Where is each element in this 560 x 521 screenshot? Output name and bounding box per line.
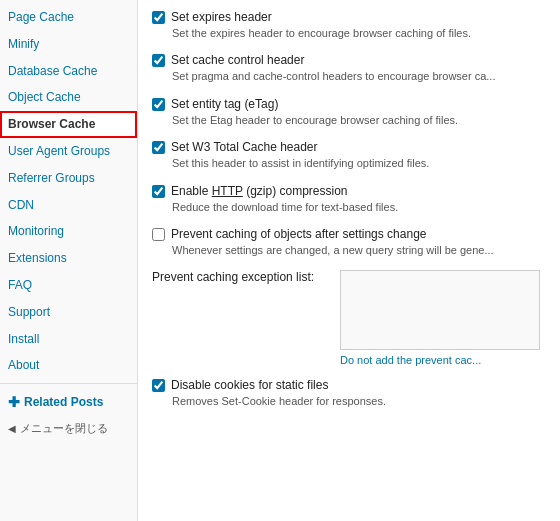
sidebar-item-minify[interactable]: Minify — [0, 31, 137, 58]
setting-w3-total-cache-label[interactable]: Set W3 Total Cache header — [152, 140, 546, 154]
close-menu-label: メニューを閉じる — [20, 421, 108, 436]
setting-expires-header: Set expires header Set the expires heade… — [152, 10, 546, 41]
prevent-caching-text: Prevent caching of objects after setting… — [171, 227, 427, 241]
exception-hint: Do not add the prevent cac... — [340, 354, 540, 366]
http-gzip-text: Enable HTTP (gzip) compression — [171, 184, 348, 198]
cache-control-text: Set cache control header — [171, 53, 304, 67]
prevent-caching-description: Whenever settings are changed, a new que… — [172, 243, 546, 258]
setting-entity-tag: Set entity tag (eTag) Set the Etag heade… — [152, 97, 546, 128]
plus-icon: ✚ — [8, 394, 20, 410]
sidebar-item-monitoring[interactable]: Monitoring — [0, 218, 137, 245]
sidebar-item-faq[interactable]: FAQ — [0, 272, 137, 299]
cache-control-checkbox[interactable] — [152, 54, 165, 67]
sidebar-item-extensions[interactable]: Extensions — [0, 245, 137, 272]
exception-text-label: Prevent caching exception list: — [152, 270, 332, 284]
sidebar-item-cdn[interactable]: CDN — [0, 192, 137, 219]
sidebar-item-object-cache[interactable]: Object Cache — [0, 84, 137, 111]
sidebar-item-support[interactable]: Support — [0, 299, 137, 326]
sidebar-item-page-cache[interactable]: Page Cache — [0, 4, 137, 31]
expires-header-checkbox[interactable] — [152, 11, 165, 24]
exception-layout: Prevent caching exception list: Do not a… — [152, 270, 546, 366]
exception-textarea-wrapper: Do not add the prevent cac... — [340, 270, 540, 366]
sidebar-item-referrer-groups[interactable]: Referrer Groups — [0, 165, 137, 192]
setting-cache-control-label[interactable]: Set cache control header — [152, 53, 546, 67]
disable-cookies-description: Removes Set-Cookie header for responses. — [172, 394, 546, 409]
setting-disable-cookies: Disable cookies for static files Removes… — [152, 378, 546, 409]
setting-disable-cookies-label[interactable]: Disable cookies for static files — [152, 378, 546, 392]
w3-total-cache-description: Set this header to assist in identifying… — [172, 156, 546, 171]
setting-prevent-caching-label[interactable]: Prevent caching of objects after setting… — [152, 227, 546, 241]
http-gzip-checkbox[interactable] — [152, 185, 165, 198]
setting-w3-total-cache: Set W3 Total Cache header Set this heade… — [152, 140, 546, 171]
sidebar-item-browser-cache[interactable]: Browser Cache — [0, 111, 137, 138]
http-gzip-description: Reduce the download time for text-based … — [172, 200, 546, 215]
setting-prevent-caching: Prevent caching of objects after setting… — [152, 227, 546, 258]
entity-tag-checkbox[interactable] — [152, 98, 165, 111]
sidebar: Page Cache Minify Database Cache Object … — [0, 0, 138, 521]
exception-left: Prevent caching exception list: — [152, 270, 332, 288]
entity-tag-text: Set entity tag (eTag) — [171, 97, 278, 111]
exception-section: Prevent caching exception list: Do not a… — [152, 270, 546, 366]
setting-cache-control-header: Set cache control header Set pragma and … — [152, 53, 546, 84]
sidebar-close-menu[interactable]: ◀ メニューを閉じる — [0, 416, 137, 441]
setting-expires-header-label[interactable]: Set expires header — [152, 10, 546, 24]
exception-textarea[interactable] — [340, 270, 540, 350]
setting-http-gzip: Enable HTTP (gzip) compression Reduce th… — [152, 184, 546, 215]
w3-total-cache-checkbox[interactable] — [152, 141, 165, 154]
disable-cookies-checkbox[interactable] — [152, 379, 165, 392]
sidebar-item-user-agent-groups[interactable]: User Agent Groups — [0, 138, 137, 165]
sidebar-divider — [0, 383, 137, 384]
sidebar-related-posts[interactable]: ✚ Related Posts — [0, 388, 137, 416]
setting-entity-tag-label[interactable]: Set entity tag (eTag) — [152, 97, 546, 111]
sidebar-item-database-cache[interactable]: Database Cache — [0, 58, 137, 85]
disable-cookies-text: Disable cookies for static files — [171, 378, 328, 392]
entity-tag-description: Set the Etag header to encourage browser… — [172, 113, 546, 128]
prevent-caching-checkbox[interactable] — [152, 228, 165, 241]
expires-header-description: Set the expires header to encourage brow… — [172, 26, 546, 41]
setting-http-gzip-label[interactable]: Enable HTTP (gzip) compression — [152, 184, 546, 198]
cache-control-description: Set pragma and cache-control headers to … — [172, 69, 546, 84]
sidebar-item-install[interactable]: Install — [0, 326, 137, 353]
expires-header-text: Set expires header — [171, 10, 272, 24]
sidebar-item-about[interactable]: About — [0, 352, 137, 379]
related-posts-label: Related Posts — [24, 395, 103, 409]
left-arrow-icon: ◀ — [8, 423, 16, 434]
w3-total-cache-text: Set W3 Total Cache header — [171, 140, 318, 154]
main-content: Set expires header Set the expires heade… — [138, 0, 560, 521]
